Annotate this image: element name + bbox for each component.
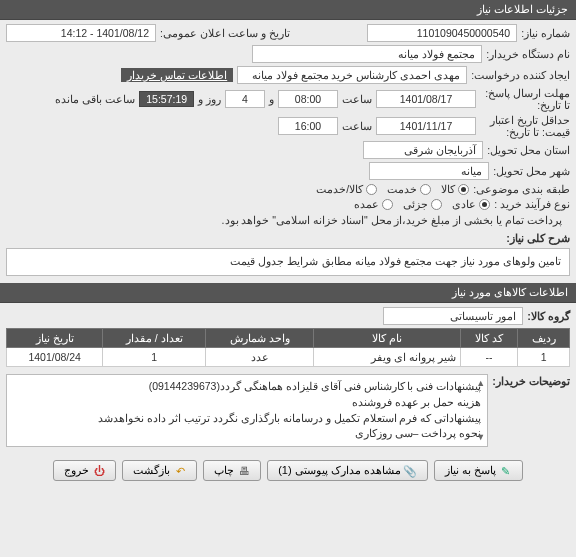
- deadline-label: حداقل تاریخ اعتبار قیمت: تا تاریخ:: [480, 114, 570, 138]
- buyer-label: نام دستگاه خریدار:: [486, 48, 570, 60]
- items-table: ردیف کد کالا نام کالا واحد شمارش تعداد /…: [6, 328, 570, 367]
- cell-code: --: [460, 348, 518, 367]
- radio-icon: [366, 184, 377, 195]
- attachment-icon: 📎: [405, 465, 417, 477]
- city-label: شهر محل تحویل:: [493, 165, 570, 177]
- chevron-down-icon[interactable]: ▼: [476, 431, 485, 445]
- reply-button-label: پاسخ به نیاز: [445, 464, 496, 477]
- print-icon: 🖶: [238, 465, 250, 477]
- radio-khadamat[interactable]: خدمت: [387, 183, 431, 195]
- deadline-time: 16:00: [278, 117, 338, 135]
- th-idx: ردیف: [518, 329, 570, 348]
- attachments-button[interactable]: 📎 مشاهده مدارک پیوستی (1): [267, 460, 428, 481]
- print-button[interactable]: 🖶 چاپ: [203, 460, 261, 481]
- reply-date: 1401/08/17: [376, 90, 476, 108]
- radio-omde[interactable]: عمده: [354, 198, 393, 210]
- remain-label: ساعت باقی مانده: [55, 93, 135, 105]
- desc-label: شرح کلی نیاز:: [506, 232, 570, 245]
- th-code: کد کالا: [460, 329, 518, 348]
- back-icon: ↶: [174, 465, 186, 477]
- announce-label: تاریخ و ساعت اعلان عمومی:: [160, 27, 290, 39]
- chevron-up-icon[interactable]: ▲: [476, 377, 485, 391]
- items-section-header: اطلاعات کالاهای مورد نیاز: [0, 283, 576, 303]
- notes-box: ▲ ▼ پیشنهادات فنی با کارشناس فنی آقای قل…: [6, 374, 488, 447]
- table-row[interactable]: 1 -- شیر پروانه ای ویفر عدد 1 1401/08/24: [7, 348, 570, 367]
- cell-name: شیر پروانه ای ویفر: [313, 348, 460, 367]
- radio-both[interactable]: کالا/خدمت: [316, 183, 377, 195]
- reply-time: 08:00: [278, 90, 338, 108]
- creator-label: ایجاد کننده درخواست:: [471, 69, 570, 81]
- group-value: امور تاسیساتی: [383, 307, 523, 325]
- days-value: 4: [225, 90, 265, 108]
- page-title: جزئیات اطلاعات نیاز: [477, 3, 568, 15]
- radio-icon: [479, 199, 490, 210]
- page-header: جزئیات اطلاعات نیاز: [0, 0, 576, 20]
- contact-info-link[interactable]: اطلاعات تماس خریدار: [121, 68, 233, 82]
- buyer-value: مجتمع فولاد میانه: [252, 45, 482, 63]
- need-no-value: 1101090450000540: [367, 24, 517, 42]
- radio-icon: [431, 199, 442, 210]
- cell-idx: 1: [518, 348, 570, 367]
- province-label: استان محل تحویل:: [487, 144, 570, 156]
- deadline-date: 1401/11/17: [376, 117, 476, 135]
- category-label: طبقه بندی موضوعی:: [473, 183, 570, 195]
- note-line: پیشنهادات فنی با کارشناس فنی آقای قلیزاد…: [13, 379, 481, 395]
- form-area: شماره نیاز: 1101090450000540 تاریخ و ساع…: [0, 20, 576, 283]
- exit-button[interactable]: ⏻ خروج: [53, 460, 116, 481]
- radio-icon: [382, 199, 393, 210]
- payment-note: پرداخت تمام یا بخشی از مبلغ خرید،از محل …: [222, 214, 562, 226]
- radio-kala[interactable]: کالا: [441, 183, 469, 195]
- radio-omde-label: عمده: [354, 198, 379, 210]
- city-value: میانه: [369, 162, 489, 180]
- radio-kala-label: کالا: [441, 183, 455, 195]
- group-label: گروه کالا:: [527, 310, 570, 323]
- radio-jozei-label: جزئی: [403, 198, 428, 210]
- desc-text: تامین ولوهای مورد نیاز جهت مجتمع فولاد م…: [230, 255, 561, 267]
- back-button[interactable]: ↶ بازگشت: [122, 460, 197, 481]
- cell-unit: عدد: [206, 348, 314, 367]
- radio-khadamat-label: خدمت: [387, 183, 417, 195]
- radio-icon: [458, 184, 469, 195]
- note-line: پیشنهاداتی که فرم استعلام تکمیل و درساما…: [13, 411, 481, 427]
- notes-label: توضیحات خریدار:: [492, 371, 570, 388]
- table-header-row: ردیف کد کالا نام کالا واحد شمارش تعداد /…: [7, 329, 570, 348]
- reply-icon: ✎: [500, 465, 512, 477]
- province-value: آذربایجان شرقی: [363, 141, 483, 159]
- creator-value: مهدی احمدی کارشناس خرید مجتمع فولاد میان…: [237, 66, 467, 84]
- th-name: نام کالا: [313, 329, 460, 348]
- items-area: گروه کالا: امور تاسیساتی ردیف کد کالا نا…: [0, 303, 576, 454]
- exit-icon: ⏻: [93, 465, 105, 477]
- th-unit: واحد شمارش: [206, 329, 314, 348]
- th-qty: تعداد / مقدار: [103, 329, 206, 348]
- reply-deadline-label: مهلت ارسال پاسخ: تا تاریخ:: [480, 87, 570, 111]
- back-button-label: بازگشت: [133, 464, 170, 477]
- saat-label-1: ساعت: [342, 120, 372, 132]
- need-no-label: شماره نیاز:: [521, 27, 570, 39]
- th-date: تاریخ نیاز: [7, 329, 103, 348]
- process-label: نوع فرآیند خرید :: [494, 198, 570, 210]
- rooz-va-label: روز و: [198, 93, 221, 105]
- note-line: نحوه پرداخت –سی روزکاری: [13, 426, 481, 442]
- print-button-label: چاپ: [214, 464, 234, 477]
- radio-adi[interactable]: عادی: [452, 198, 490, 210]
- attachments-button-label: مشاهده مدارک پیوستی (1): [278, 464, 401, 477]
- radio-icon: [420, 184, 431, 195]
- items-header-title: اطلاعات کالاهای مورد نیاز: [452, 286, 568, 298]
- exit-button-label: خروج: [64, 464, 89, 477]
- button-bar: ✎ پاسخ به نیاز 📎 مشاهده مدارک پیوستی (1)…: [0, 454, 576, 487]
- cell-date: 1401/08/24: [7, 348, 103, 367]
- note-line: هزینه حمل بر عهده فروشنده: [13, 395, 481, 411]
- saat-label-2: ساعت: [342, 93, 372, 105]
- radio-both-label: کالا/خدمت: [316, 183, 363, 195]
- radio-adi-label: عادی: [452, 198, 476, 210]
- announce-value: 1401/08/12 - 14:12: [6, 24, 156, 42]
- radio-jozei[interactable]: جزئی: [403, 198, 442, 210]
- desc-box: تامین ولوهای مورد نیاز جهت مجتمع فولاد م…: [6, 248, 570, 276]
- va-label: و: [269, 93, 274, 105]
- cell-qty: 1: [103, 348, 206, 367]
- countdown-value: 15:57:19: [139, 91, 194, 107]
- process-radio-group: عادی جزئی عمده: [354, 198, 490, 210]
- category-radio-group: کالا خدمت کالا/خدمت: [316, 183, 469, 195]
- reply-button[interactable]: ✎ پاسخ به نیاز: [434, 460, 523, 481]
